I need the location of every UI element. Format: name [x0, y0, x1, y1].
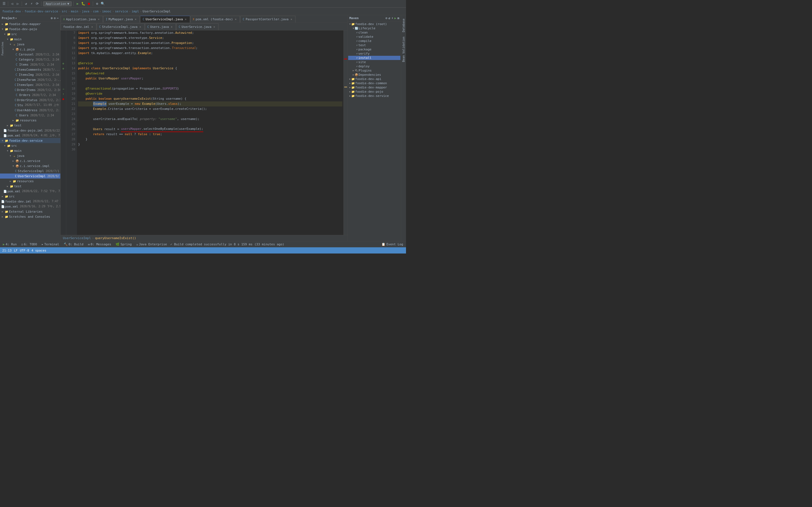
tree-useraddress[interactable]: C UserAddress 2020/7/2, 2:...: [0, 108, 60, 113]
tab-userserviceimpl-java[interactable]: C UserServiceImpl.java ×: [140, 16, 190, 22]
maven-validate[interactable]: ⚡ validate: [348, 35, 400, 39]
tree-scratches[interactable]: ▶ 📁 Scratches and Consoles: [0, 214, 60, 219]
tree-service-pom[interactable]: 📄 pom.xml 2020/6/22, 7:52 下午, 732 B: [0, 189, 60, 194]
maven-common[interactable]: ▶ 📁 foodie-dev-common: [348, 81, 400, 86]
maven-api[interactable]: ▶ 📁 foodie-dev-api: [348, 77, 400, 81]
maven-refresh-icon[interactable]: ↺: [389, 16, 391, 20]
breadcrumb-main[interactable]: main: [71, 10, 79, 13]
java-enterprise-tab[interactable]: ☕ Java Enterprise: [135, 242, 168, 246]
tree-category[interactable]: C Category 2020/7/2, 2:34: [0, 57, 60, 62]
breadcrumb-foodie-dev[interactable]: foodie-dev: [2, 10, 21, 13]
tree-service-main[interactable]: ▼ 📁 main: [0, 148, 60, 153]
tree-cipojo[interactable]: ▼ 📦 c.i.pojo: [0, 47, 60, 52]
sidebar-collapse-icon[interactable]: −: [57, 16, 59, 20]
tab-foodiedev-iml[interactable]: foodie-dev.iml ×: [61, 23, 96, 30]
tab-passport-java[interactable]: C PassportConterller.java ×: [240, 16, 296, 22]
tree-orders[interactable]: C Orders 2020/7/2, 2:34: [0, 93, 60, 98]
search-everywhere-icon[interactable]: 🔍: [100, 1, 105, 6]
breadcrumb-service2[interactable]: service: [115, 10, 128, 13]
maven-pojo[interactable]: ▶ 📁 foodie-dev-pojo: [348, 90, 400, 94]
tree-userserviceimpl[interactable]: C UserServiceImpl 2020/9/: [0, 173, 60, 179]
maven-site[interactable]: ⚡ site: [348, 60, 400, 64]
tree-root-pom[interactable]: 📄 pom.xml 2020/9/16, 2:29 下午, 2.93 kB: [0, 204, 60, 209]
tree-src[interactable]: ▼ 📁 src: [0, 32, 60, 37]
tree-foodie-dev-service[interactable]: ▼ 📁 foodie-dev-service: [0, 138, 60, 143]
tab-close-stu[interactable]: ×: [139, 25, 142, 29]
tree-test-service[interactable]: ▶ 📁 test: [0, 184, 60, 189]
stop-icon[interactable]: ■: [87, 1, 91, 6]
tab-userservice-java[interactable]: C UserService.java ×: [176, 23, 218, 30]
tree-resources-service[interactable]: ▶ 📁 resources: [0, 179, 60, 184]
maven-package[interactable]: ⚡ package: [348, 47, 400, 52]
terminal-tab[interactable]: ▸ Terminal: [40, 242, 60, 246]
messages-tab[interactable]: ✉ 0: Messages: [87, 242, 112, 246]
todo-tab[interactable]: ☑ 6: TODO: [20, 242, 38, 246]
breadcrumb-imooc[interactable]: imooc: [102, 10, 111, 13]
maven-lifecycle[interactable]: ▼ 🔄 Lifecycle: [348, 26, 400, 31]
run-tab[interactable]: ▶ 4: Run: [2, 242, 18, 246]
tab-close-userserv[interactable]: ×: [213, 25, 216, 29]
tree-service-java[interactable]: ▼ ☕ java: [0, 153, 60, 158]
maven-run-icon[interactable]: ▶: [395, 16, 396, 20]
maven-mapper[interactable]: ▶ 📁 foodie-dev-mapper: [348, 86, 400, 90]
tab-close-app[interactable]: ×: [97, 18, 100, 21]
tree-external-libs[interactable]: ▶ 📁 External Libraries: [0, 209, 60, 214]
tree-orderitems[interactable]: C OrderItems 2020/7/2, 2:34: [0, 87, 60, 93]
debug-icon[interactable]: 🐛: [81, 1, 86, 6]
tab-close-mapper[interactable]: ×: [134, 18, 137, 21]
side-tab-favorites[interactable]: Favorites: [1, 40, 4, 57]
back-icon[interactable]: ◁: [10, 1, 14, 6]
tree-ciservice-impl[interactable]: ▼ 📦 c.i.service.impl: [0, 163, 60, 168]
build-icon[interactable]: ⚡: [29, 1, 34, 6]
tree-foodie-dev-mapper[interactable]: ▶ 📁 foodie-dev-mapper: [0, 21, 60, 26]
maven-settings-icon[interactable]: ⚙: [386, 16, 388, 20]
tree-src-root[interactable]: ▶ 📁 src: [0, 194, 60, 199]
tab-application-java[interactable]: A Application.java ×: [61, 16, 103, 22]
maven-clean[interactable]: ⚡ clean: [348, 31, 400, 35]
sidebar-settings-icon[interactable]: ⚙: [54, 16, 56, 20]
tree-items[interactable]: C Items 2020/7/2, 2:34: [0, 62, 60, 67]
breadcrumb-service[interactable]: foodie-dev-service: [24, 10, 58, 13]
forward-icon[interactable]: ▷: [15, 1, 20, 6]
tree-pojo-pom[interactable]: 📄 pom.xml 2020/6/24, 4:01 上午, 729 B: [0, 133, 60, 138]
maven-test[interactable]: ⚡ test: [348, 43, 400, 47]
tree-itemsspec[interactable]: C ItemsSpec 2020/7/2, 2:34: [0, 82, 60, 87]
maven-plugins[interactable]: ▶ 🔌 Plugins: [348, 68, 400, 73]
maven-compile[interactable]: ⚡ compile: [348, 39, 400, 43]
code-editor[interactable]: import org.springframework.beans.factory…: [77, 31, 343, 235]
debug-run-icon[interactable]: ▶: [75, 1, 80, 6]
build-tab[interactable]: 🔨 0: Build: [63, 242, 85, 246]
tree-stusierviceimpl[interactable]: C StuServiceImpl 2020/7/1: [0, 168, 60, 173]
tree-foodie-dev-pojo[interactable]: ▼ 📁 foodie-dev-pojo: [0, 26, 60, 32]
maven-service-module[interactable]: ▶ 📁 foodie-dev-service: [348, 94, 400, 98]
menu-icon[interactable]: ☰: [2, 1, 6, 6]
tab-close-passport[interactable]: ×: [290, 18, 293, 21]
breadcrumb-impl[interactable]: impl: [132, 10, 139, 13]
tree-itemscomments[interactable]: C ItemsComments 2020/7/...: [0, 67, 60, 72]
tree-pojo-iml[interactable]: 📄 foodie-dev-pojo.iml 2020/6/22, 7:50: [0, 128, 60, 133]
maven-dependencies[interactable]: ▶ 📦 Dependencies: [348, 73, 400, 77]
tab-stuserviceimpl[interactable]: C StuServiceImpl.java ×: [97, 23, 145, 30]
tree-resources-pojo[interactable]: ▶ 📁 resources: [0, 118, 60, 123]
side-tab-bean[interactable]: Bean Validation: [402, 34, 406, 64]
breadcrumb-java[interactable]: java: [82, 10, 89, 13]
tree-itemsimg[interactable]: C ItemsImg 2020/7/2, 2:34: [0, 72, 60, 77]
reload-icon[interactable]: ↺: [24, 1, 28, 6]
maven-install[interactable]: ⚡ install: [348, 56, 400, 60]
app-dropdown[interactable]: Application ▼: [43, 1, 71, 6]
tree-foodie-dev-iml[interactable]: 📄 foodie-dev.iml 2020/6/22, 7:47 下午, 80 …: [0, 199, 60, 204]
sync-icon[interactable]: ⟳: [35, 1, 40, 6]
tree-main[interactable]: ▼ 📁 main: [0, 37, 60, 42]
tree-test-pojo[interactable]: ▶ 📁 test: [0, 123, 60, 128]
maven-verify[interactable]: ⚡ verify: [348, 52, 400, 56]
side-tab-database[interactable]: Database: [402, 16, 406, 34]
maven-deploy[interactable]: ⚡ deploy: [348, 64, 400, 68]
tree-carousel[interactable]: C Carousel 2020/7/2, 2:34: [0, 52, 60, 57]
tab-close-iml[interactable]: ×: [91, 25, 94, 29]
tree-service-src[interactable]: ▼ 📁 src: [0, 143, 60, 148]
tab-close-userservice[interactable]: ×: [184, 18, 188, 21]
tree-stu[interactable]: C Stu 2020/7/17, 11:09 上午: [0, 103, 60, 108]
maven-root[interactable]: ▼ 📁 foodie-dev (root): [348, 22, 400, 26]
tab-pom-xml[interactable]: X pom.xml (foodie-dev) ×: [190, 16, 240, 22]
tab-close-pom[interactable]: ×: [234, 18, 238, 21]
